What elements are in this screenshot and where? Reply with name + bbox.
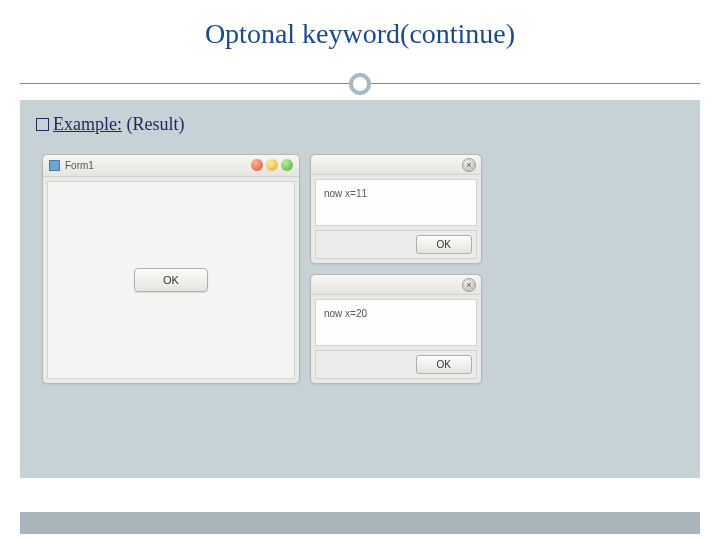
message-dialog-2: × now x=20 OK (310, 274, 482, 384)
dialog2-buttonbar: OK (315, 350, 477, 379)
form1-window: Form1 OK (42, 154, 300, 384)
bullet-box-icon (36, 118, 49, 131)
dialog1-body: now x=11 OK (311, 175, 481, 263)
divider-circle-icon (349, 73, 371, 95)
maximize-icon[interactable] (281, 159, 293, 171)
close-icon[interactable]: × (462, 158, 476, 172)
divider (0, 74, 720, 94)
ok-button[interactable]: OK (134, 268, 208, 292)
dialog1-message: now x=11 (315, 179, 477, 226)
dialog2-body: now x=20 OK (311, 295, 481, 383)
message-dialog-1: × now x=11 OK (310, 154, 482, 264)
dialog1-buttonbar: OK (315, 230, 477, 259)
window-controls (251, 159, 293, 171)
dialog2-message: now x=20 (315, 299, 477, 346)
form1-titlebar: Form1 (43, 155, 299, 177)
dialog2-titlebar: × (311, 275, 481, 295)
dialog1-titlebar: × (311, 155, 481, 175)
ok-button[interactable]: OK (416, 235, 472, 254)
content-area: Example: (Result) Form1 OK (20, 100, 700, 478)
close-icon[interactable]: × (462, 278, 476, 292)
dialog-stack: × now x=11 OK × now x=20 (310, 154, 482, 384)
form1-body: OK (47, 181, 295, 379)
example-label: Example: (53, 114, 122, 134)
example-heading: Example: (Result) (36, 114, 684, 135)
close-icon[interactable] (251, 159, 263, 171)
screenshot-group: Form1 OK × now x=11 (42, 154, 482, 384)
app-icon (49, 160, 60, 171)
example-suffix: (Result) (122, 114, 185, 134)
form1-title: Form1 (65, 160, 94, 171)
footer-strip (20, 512, 700, 534)
ok-button[interactable]: OK (416, 355, 472, 374)
minimize-icon[interactable] (266, 159, 278, 171)
slide-title: Optonal keyword(continue) (0, 0, 720, 74)
slide: Optonal keyword(continue) Example: (Resu… (0, 0, 720, 540)
